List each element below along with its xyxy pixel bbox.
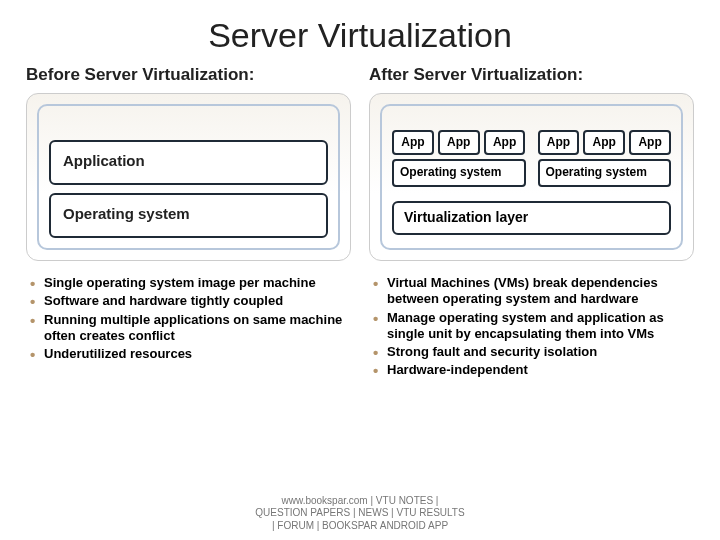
virtualization-layer-box: Virtualization layer [392,201,671,235]
after-header: After Server Virtualization: [369,65,694,85]
bullet-item: Strong fault and security isolation [373,344,694,360]
bullet-item: Running multiple applications on same ma… [30,312,351,345]
vm-2: App App App Operating system [538,130,672,187]
footer-line: www.bookspar.com | VTU NOTES | [0,495,720,508]
os-box-vm2: Operating system [538,159,672,187]
footer: www.bookspar.com | VTU NOTES | QUESTION … [0,495,720,533]
bullet-item: Software and hardware tightly coupled [30,293,351,309]
bullet-item: Manage operating system and application … [373,310,694,343]
app-cell: App [484,130,526,155]
apps-row-1: App App App [392,130,526,155]
col-after: After Server Virtualization: App App App… [369,65,694,381]
bullet-item: Single operating system image per machin… [30,275,351,291]
before-panel: Application Operating system [26,93,351,261]
app-cell: App [438,130,480,155]
col-before: Before Server Virtualization: Applicatio… [26,65,351,381]
apps-row-2: App App App [538,130,672,155]
before-inner: Application Operating system [37,104,340,250]
before-bullets: Single operating system image per machin… [26,275,351,362]
bullet-item: Virtual Machines (VMs) break dependencie… [373,275,694,308]
os-box-before: Operating system [49,193,328,238]
bullet-item: Underutilized resources [30,346,351,362]
after-bullets: Virtual Machines (VMs) break dependencie… [369,275,694,379]
columns: Before Server Virtualization: Applicatio… [0,65,720,381]
application-box: Application [49,140,328,185]
app-cell: App [392,130,434,155]
page-title: Server Virtualization [0,0,720,65]
os-box-vm1: Operating system [392,159,526,187]
app-cell: App [629,130,671,155]
vm-1: App App App Operating system [392,130,526,187]
app-cell: App [538,130,580,155]
after-panel: App App App Operating system App App App… [369,93,694,261]
after-inner: App App App Operating system App App App… [380,104,683,250]
app-cell: App [583,130,625,155]
before-header: Before Server Virtualization: [26,65,351,85]
footer-line: QUESTION PAPERS | NEWS | VTU RESULTS [0,507,720,520]
footer-line: | FORUM | BOOKSPAR ANDROID APP [0,520,720,533]
bullet-item: Hardware-independent [373,362,694,378]
vm-row: App App App Operating system App App App… [392,130,671,187]
